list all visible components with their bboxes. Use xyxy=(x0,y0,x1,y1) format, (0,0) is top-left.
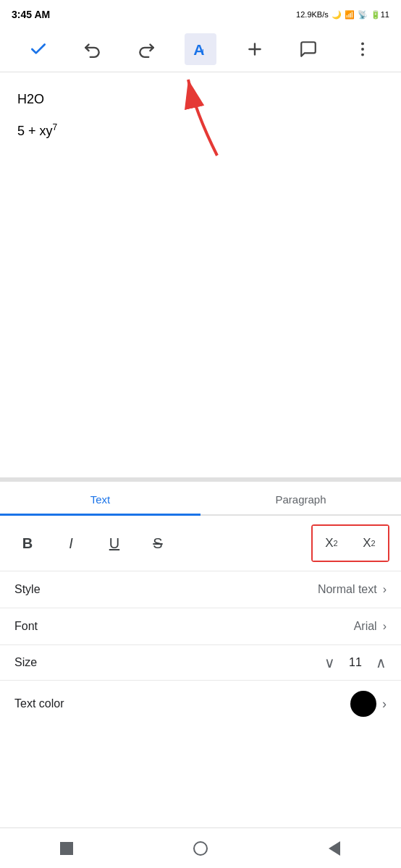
size-label: Size xyxy=(14,656,37,669)
font-row[interactable]: Font Arial › xyxy=(0,608,401,645)
moon-icon: 🌙 xyxy=(332,10,342,20)
size-decrease-button[interactable]: ∨ xyxy=(324,654,335,671)
format-tabs: Text Paragraph xyxy=(0,482,401,516)
style-label: Style xyxy=(14,583,41,596)
format-panel: Text Paragraph B I U S X2 X2 Style Norma… xyxy=(0,482,401,727)
style-value: Normal text › xyxy=(318,583,387,596)
color-controls: › xyxy=(350,691,387,717)
script-group: X2 X2 xyxy=(311,524,389,562)
network-speed: 12.9KB/s xyxy=(296,10,329,19)
status-bar: 3:45 AM 12.9KB/s 🌙 📶 📡 🔋11 xyxy=(0,0,401,26)
subscript-button[interactable]: X2 xyxy=(350,526,388,561)
font-chevron: › xyxy=(383,620,387,633)
status-icons: 12.9KB/s 🌙 📶 📡 🔋11 xyxy=(296,10,389,20)
wifi-icon: 📡 xyxy=(358,10,368,20)
document-area: H2O 5 + xy7 xyxy=(0,72,401,492)
status-time: 3:45 AM xyxy=(12,9,50,20)
svg-point-6 xyxy=(361,53,364,56)
signal-icon: 📶 xyxy=(345,10,355,20)
doc-line-1: H2O xyxy=(17,90,384,109)
format-controls: B I U S X2 X2 xyxy=(0,516,401,571)
svg-point-5 xyxy=(361,48,364,51)
style-row[interactable]: Style Normal text › xyxy=(0,571,401,608)
add-button[interactable] xyxy=(239,33,271,65)
color-label: Text color xyxy=(14,697,64,710)
color-swatch-black[interactable] xyxy=(350,691,376,717)
nav-back-button[interactable] xyxy=(318,833,350,864)
italic-button[interactable]: I xyxy=(55,527,87,559)
font-label: Font xyxy=(14,620,38,633)
toolbar: A I xyxy=(0,26,401,72)
tab-paragraph[interactable]: Paragraph xyxy=(200,482,401,514)
nav-square-button[interactable] xyxy=(51,833,83,864)
svg-point-4 xyxy=(361,42,364,45)
tab-text[interactable]: Text xyxy=(0,482,200,514)
comment-button[interactable] xyxy=(292,33,324,65)
more-button[interactable] xyxy=(347,33,379,65)
check-button[interactable] xyxy=(22,33,54,65)
svg-text:I: I xyxy=(202,48,204,56)
strikethrough-button[interactable]: S xyxy=(142,527,174,559)
size-row: Size ∨ 11 ∧ xyxy=(0,645,401,681)
nav-bar xyxy=(0,827,401,868)
bold-button[interactable]: B xyxy=(12,527,43,559)
size-increase-button[interactable]: ∧ xyxy=(376,654,387,671)
size-controls: ∨ 11 ∧ xyxy=(324,654,387,671)
underline-button[interactable]: U xyxy=(98,527,130,559)
undo-button[interactable] xyxy=(77,33,109,65)
font-value: Arial › xyxy=(354,620,387,633)
size-value: 11 xyxy=(347,656,364,669)
redo-button[interactable] xyxy=(130,33,162,65)
triangle-icon xyxy=(329,841,340,856)
square-icon xyxy=(60,842,73,855)
circle-icon xyxy=(193,841,208,856)
nav-home-button[interactable] xyxy=(185,833,216,864)
superscript-button[interactable]: X2 xyxy=(313,526,350,561)
style-chevron: › xyxy=(383,583,387,596)
color-row[interactable]: Text color › xyxy=(0,681,401,727)
format-text-button[interactable]: A I xyxy=(185,33,216,65)
battery-icon: 🔋11 xyxy=(371,10,389,20)
color-chevron: › xyxy=(382,697,387,712)
doc-line-2: 5 + xy7 xyxy=(17,121,384,141)
